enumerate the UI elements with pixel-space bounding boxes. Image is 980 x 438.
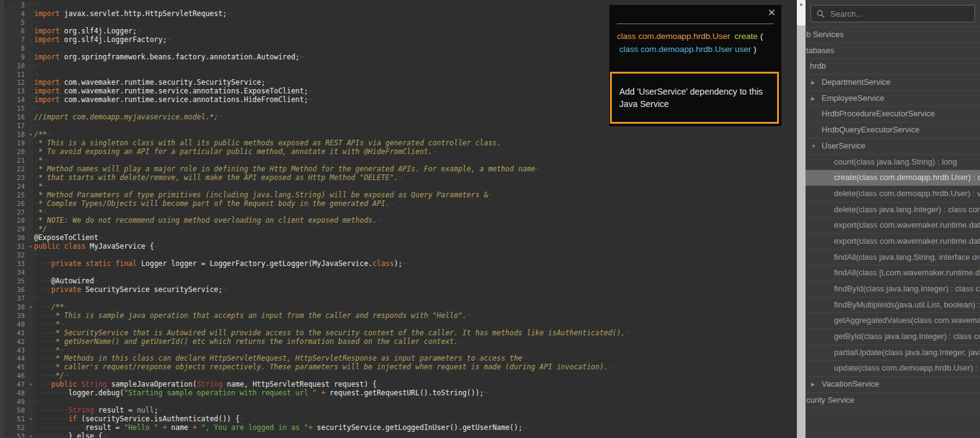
code-line[interactable]: 18▾/**¬ xyxy=(0,131,797,139)
code-line[interactable]: 48········logger.debug("Starting sample … xyxy=(0,389,797,398)
code-line[interactable]: 20·* To avoid exposing an API for a part… xyxy=(0,148,797,157)
close-icon[interactable]: ✕ xyxy=(768,8,776,18)
search-icon xyxy=(817,10,825,18)
code-line[interactable]: 46·····*/¬ xyxy=(0,372,797,380)
code-line[interactable]: 25·* Method Parameters of type primitive… xyxy=(0,191,797,200)
code-line[interactable]: 28·* NOTE: We do not recommend using met… xyxy=(0,217,797,225)
code-text: ¬ xyxy=(33,398,38,406)
services-tree: b Servicestabaseshrdb▶DepartmentService▶… xyxy=(806,27,980,408)
line-number: 50 xyxy=(0,406,33,415)
line-number: 48 xyxy=(0,389,33,398)
tree-item[interactable]: ▼UserService xyxy=(806,138,980,154)
fold-arrow-icon[interactable]: ▾ xyxy=(29,131,32,139)
code-line[interactable]: 47▾····public String sampleJavaOperation… xyxy=(0,380,797,389)
tree-item[interactable]: curity Service xyxy=(806,392,980,408)
fold-arrow-icon[interactable]: ▾ xyxy=(29,243,32,251)
method-item[interactable]: findAll(class java.lang.String, interfac… xyxy=(806,249,980,265)
tree-item[interactable]: ▶VacationService xyxy=(806,376,980,392)
code-line[interactable]: 21·*¬ xyxy=(0,157,797,165)
code-text: ·*¬ xyxy=(33,208,47,217)
code-line[interactable]: 33····private static final Logger logger… xyxy=(0,260,797,268)
tree-item[interactable]: tabases xyxy=(806,43,980,59)
chevron-right-icon[interactable]: ▶ xyxy=(811,91,815,106)
code-line[interactable]: 50········String result = null;¬ xyxy=(0,406,797,415)
tree-item[interactable]: b Services xyxy=(806,27,980,43)
method-item[interactable]: delete(class com.demoapp.hrdb.User) : vo… xyxy=(806,186,980,202)
code-text: ·* Method names will play a major role i… xyxy=(33,165,539,174)
code-line[interactable]: 27·*¬ xyxy=(0,208,797,217)
scroll-up-arrow-icon[interactable]: ▲ xyxy=(797,0,806,8)
code-text: ·····* caller's request/response objects… xyxy=(33,363,612,372)
code-line[interactable]: 45·····* caller's request/response objec… xyxy=(0,363,797,372)
code-line[interactable]: 52············result = "Hello " + name +… xyxy=(0,424,797,432)
method-item[interactable]: update(class com.demoapp.hrdb.User) : cl… xyxy=(806,360,980,376)
method-item[interactable]: findByMultipleIds(java.util.List, boolea… xyxy=(806,297,980,313)
method-item[interactable]: delete(class java.lang.Integer) : class … xyxy=(806,202,980,218)
code-line[interactable]: 38▾····/**¬ xyxy=(0,303,797,312)
tree-item-label: findAll(class [Lcom.wavemaker.runtime.da… xyxy=(806,268,980,277)
code-text: ·····*¬ xyxy=(33,346,64,355)
code-text: ¬ xyxy=(33,105,38,113)
line-number: 47▾ xyxy=(0,380,33,389)
code-line[interactable]: 26·* Complex Types/Objects will become p… xyxy=(0,200,797,208)
method-item[interactable]: getAggregatedValues(class com.wavemaker xyxy=(806,312,980,328)
signature-line1: class com.demoapp.hrdb.Usercreate( xyxy=(617,30,774,43)
fold-arrow-icon[interactable]: ▾ xyxy=(29,381,32,389)
line-number: 17 xyxy=(0,122,33,131)
code-line[interactable]: 44·····* Methods in this class can decla… xyxy=(0,354,797,363)
fold-arrow-icon[interactable]: ▾ xyxy=(29,433,32,438)
method-item[interactable]: count(class java.lang.String) : long xyxy=(806,154,980,170)
code-line[interactable]: 37¬ xyxy=(0,294,797,303)
tree-item[interactable]: HrdbQueryExecutorService xyxy=(806,122,980,138)
tree-item[interactable]: ▶EmployeeService xyxy=(806,90,980,106)
tree-item-label: HrdbProcedureExecutorService xyxy=(806,109,935,118)
method-item[interactable]: export(class com.wavemaker.runtime.data.… xyxy=(806,233,980,249)
vertical-scrollbar[interactable]: ▲ xyxy=(797,0,806,438)
signature-parameter: class com.demoapp.hrdb.User user xyxy=(619,45,751,54)
line-number: 46 xyxy=(0,372,33,380)
method-item[interactable]: partialUpdate(class java.lang.Integer, j… xyxy=(806,345,980,361)
code-line[interactable]: 35····@Autowired¬ xyxy=(0,277,797,286)
fold-arrow-icon[interactable]: ▾ xyxy=(29,304,32,311)
code-line[interactable]: 40·····*¬ xyxy=(0,320,797,329)
code-line[interactable]: 30@ExposeToClient¬ xyxy=(0,234,797,243)
fold-arrow-icon[interactable]: ▾ xyxy=(29,416,32,423)
code-line[interactable]: 19·* This is a singleton class with all … xyxy=(0,139,797,148)
line-number: 45 xyxy=(0,363,33,372)
search-box[interactable] xyxy=(810,5,975,22)
chevron-right-icon[interactable]: ▶ xyxy=(811,377,815,392)
code-line[interactable]: 36····private SecurityService securitySe… xyxy=(0,286,797,294)
code-line[interactable]: 41·····* SecurityService that is Autowir… xyxy=(0,329,797,338)
code-line[interactable]: 29·*/¬ xyxy=(0,225,797,234)
chevron-down-icon[interactable]: ▼ xyxy=(811,139,816,154)
code-text: //import com.demoapp.myjavaservice.model… xyxy=(33,113,223,122)
code-line[interactable]: 32¬ xyxy=(0,251,797,260)
scrollbar-thumb[interactable] xyxy=(797,25,806,438)
code-line[interactable]: 31▾public class MyJavaService {¬ xyxy=(0,243,797,251)
code-line[interactable]: 53▾········} else {¬ xyxy=(0,432,797,438)
code-line[interactable]: 23·* that starts with delete/remove, wil… xyxy=(0,174,797,182)
code-line[interactable]: 34¬ xyxy=(0,268,797,277)
method-item[interactable]: export(class com.wavemaker.runtime.data.… xyxy=(806,217,980,233)
code-line[interactable]: 49¬ xyxy=(0,398,797,406)
add-dependency-hint[interactable]: Add 'UserService' dependency to this Jav… xyxy=(610,72,779,124)
line-number: 31▾ xyxy=(0,243,33,251)
code-line[interactable]: 51▾········if (securityService.isAuthent… xyxy=(0,415,797,424)
search-input[interactable] xyxy=(829,9,969,19)
tree-item[interactable]: ▶DepartmentService xyxy=(806,74,980,90)
method-item[interactable]: getById(class java.lang.Integer) : class… xyxy=(806,328,980,345)
method-item[interactable]: create(class com.demoapp.hrdb.User) : cl… xyxy=(806,170,980,186)
tree-item-label: getById(class java.lang.Integer) : class… xyxy=(806,332,980,341)
tree-item[interactable]: HrdbProcedureExecutorService xyxy=(806,106,980,122)
chevron-right-icon[interactable]: ▶ xyxy=(811,75,815,90)
method-item[interactable]: findById(class java.lang.Integer) : clas… xyxy=(806,281,980,297)
code-line[interactable]: 22·* Method names will play a major role… xyxy=(0,165,797,174)
code-text: ·*¬ xyxy=(33,182,47,191)
code-line[interactable]: 39·····* This is sample java operation t… xyxy=(0,312,797,320)
method-item[interactable]: findAll(class [Lcom.wavemaker.runtime.da… xyxy=(806,265,980,281)
code-line[interactable]: 24·*¬ xyxy=(0,182,797,191)
tree-item[interactable]: hrdb xyxy=(806,58,980,74)
code-line[interactable]: 43·····*¬ xyxy=(0,346,797,355)
code-line[interactable]: 42·····* getUserName() and getUserId() e… xyxy=(0,338,797,346)
code-text: ·····* getUserName() and getUserId() etc… xyxy=(33,338,462,346)
